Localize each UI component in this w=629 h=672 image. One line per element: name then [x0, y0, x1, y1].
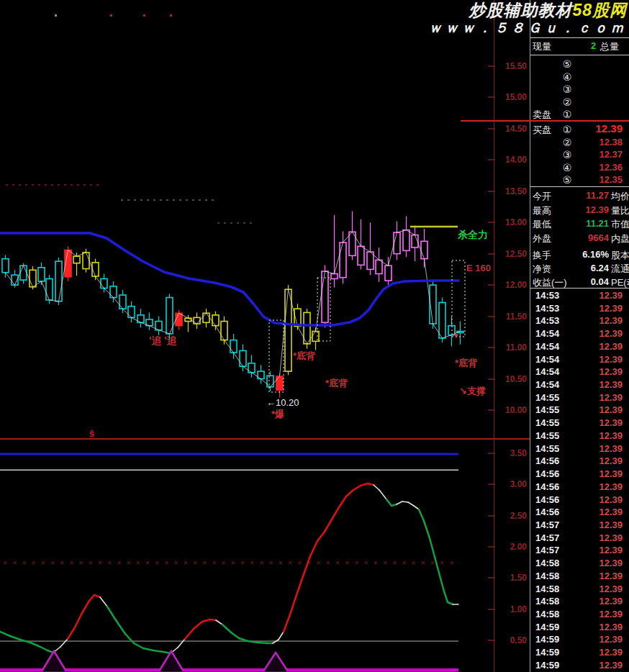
sell-level-row[interactable]: ⑤ — [530, 58, 629, 71]
trade-price: 12.39 — [572, 584, 623, 594]
lower-indicator-chart[interactable]: ××××××××××××××××××××××××××××××××××××××××… — [0, 440, 530, 672]
candle-body — [240, 350, 246, 366]
trade-row[interactable]: 14:5412.39 — [530, 354, 629, 366]
divider — [530, 37, 629, 38]
trade-price: 12.39 — [572, 494, 623, 505]
trade-row[interactable]: 14:5812.39 — [530, 609, 629, 621]
candle-body — [376, 260, 382, 273]
trade-price: 12.39 — [572, 660, 623, 671]
indicator-curve-segment — [332, 507, 339, 519]
buy-level-row[interactable]: ③12.37 — [530, 148, 629, 161]
trade-price: 12.39 — [572, 481, 623, 492]
candle-body — [285, 289, 291, 371]
price-tick-label: 10.50 — [497, 374, 527, 384]
candle-body — [101, 278, 107, 288]
signal-x-mark: × — [193, 559, 197, 567]
trade-row[interactable]: 14:5712.39 — [530, 519, 629, 532]
trade-row[interactable]: 14:5412.39 — [530, 341, 629, 353]
sell-level-row[interactable]: 卖盘① — [530, 108, 629, 121]
main-candlestick-chart[interactable]: '追 '追*底背*底背*底背↘支撑←10.20*爆ŝ杀全力E 160▾ — [0, 0, 530, 440]
trade-row[interactable]: 14:5812.39 — [530, 571, 629, 583]
trade-price: 12.39 — [572, 417, 623, 428]
trade-row[interactable]: 14:5412.39 — [530, 379, 629, 391]
level-number: ③ — [558, 83, 576, 95]
indicator-curve-segment — [30, 643, 40, 647]
chart-annotation: ←10.20 — [266, 397, 299, 408]
trade-row[interactable]: 14:5512.39 — [530, 443, 629, 455]
trade-time: 14:55 — [535, 417, 559, 428]
watermark-title: 炒股辅助教材58股网 — [428, 1, 627, 20]
trade-time: 14:54 — [535, 341, 559, 352]
trade-row[interactable]: 14:5612.39 — [530, 494, 629, 507]
trade-time: 14:56 — [535, 468, 559, 479]
trade-row[interactable]: 14:5612.39 — [530, 455, 629, 468]
indicator-curve-segment — [448, 602, 453, 604]
candle-body — [2, 259, 9, 273]
candle-body — [394, 232, 400, 254]
info-label-2: 内盘 — [611, 232, 629, 245]
trade-row[interactable]: 14:5812.39 — [530, 596, 629, 608]
trade-row[interactable]: 14:5512.39 — [530, 404, 629, 417]
indicator-curve-segment — [402, 501, 408, 502]
info-label-2: 市值 — [611, 218, 629, 231]
trade-price: 12.39 — [572, 609, 623, 619]
legend-dot — [143, 14, 145, 17]
indicator-curve-segment — [68, 627, 75, 639]
trade-row[interactable]: 14:5912.39 — [530, 660, 629, 672]
buy-level-row[interactable]: 买盘①12.39 — [530, 123, 629, 136]
price-tick-label: 14.50 — [497, 124, 527, 134]
trade-row[interactable]: 14:5412.39 — [530, 366, 629, 378]
candle-body — [421, 241, 427, 258]
trade-price: 12.39 — [572, 647, 623, 658]
legend-dot — [170, 14, 172, 17]
trade-row[interactable]: 14:5612.39 — [530, 507, 629, 519]
signal-x-mark: × — [335, 559, 340, 567]
signal-x-mark: × — [326, 559, 330, 567]
trade-row[interactable]: 14:5712.39 — [530, 532, 629, 545]
trade-row[interactable]: 14:5512.39 — [530, 417, 629, 430]
signal-x-mark: × — [250, 559, 254, 567]
signal-x-mark: × — [107, 559, 112, 567]
trade-row[interactable]: 14:5912.39 — [530, 622, 629, 634]
indicator-curve-segment — [368, 483, 374, 485]
buy-level-row[interactable]: ②12.38 — [530, 136, 629, 149]
trade-row[interactable]: 14:5312.39 — [530, 303, 629, 315]
buy-level-row[interactable]: ④12.36 — [530, 161, 629, 174]
candle-body — [92, 263, 99, 276]
info-value: 11.27 — [559, 190, 609, 201]
sell-level-row[interactable]: ③ — [530, 83, 629, 96]
signal-x-mark: × — [136, 559, 140, 567]
trading-app-window: '追 '追*底背*底背*底背↘支撑←10.20*爆ŝ杀全力E 160▾ ××××… — [0, 0, 629, 672]
trade-row[interactable]: 14:5712.39 — [530, 545, 629, 557]
indicator-curve-segment — [374, 485, 379, 490]
trade-row[interactable]: 14:5312.39 — [530, 315, 629, 327]
trade-price: 12.39 — [572, 430, 623, 441]
signal-x-mark: × — [145, 559, 150, 567]
indicator-curve-segment — [216, 620, 222, 625]
trade-row[interactable]: 14:5612.39 — [530, 481, 629, 494]
indicator-curve-segment — [75, 613, 82, 627]
trade-row[interactable]: 14:5812.39 — [530, 584, 629, 596]
signal-x-mark: × — [174, 559, 178, 567]
candle-body — [322, 271, 328, 322]
candle-body — [110, 286, 117, 298]
trade-price: 12.39 — [572, 315, 623, 326]
candle-body — [30, 270, 36, 286]
trade-row[interactable]: 14:5512.39 — [530, 392, 629, 404]
trade-row[interactable]: 14:5412.39 — [530, 328, 629, 340]
sell-level-row[interactable]: ② — [530, 96, 629, 109]
trade-row[interactable]: 14:5512.39 — [530, 430, 629, 442]
signal-x-mark: × — [127, 559, 131, 567]
trade-time: 14:58 — [535, 558, 559, 568]
trade-row[interactable]: 14:5612.39 — [530, 468, 629, 481]
indicator-curve-segment — [60, 639, 68, 647]
trade-row[interactable]: 14:5312.39 — [530, 290, 629, 302]
trade-row[interactable]: 14:5912.39 — [530, 647, 629, 659]
sell-level-row[interactable]: ④ — [530, 71, 629, 83]
buy-level-row[interactable]: ⑤12.35 — [530, 173, 629, 186]
trade-price: 12.39 — [572, 443, 623, 454]
indicator-curve-segment — [89, 595, 94, 601]
trade-row[interactable]: 14:5912.39 — [530, 634, 629, 646]
trade-time: 14:59 — [535, 660, 559, 671]
trade-row[interactable]: 14:5812.39 — [530, 558, 629, 570]
